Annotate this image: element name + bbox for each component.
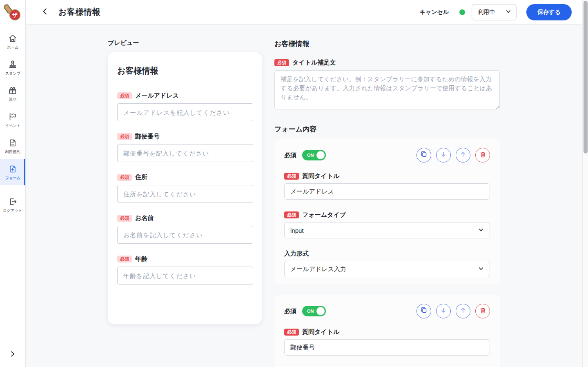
preview-address-input[interactable] (117, 185, 253, 203)
logout-icon (8, 197, 17, 207)
status-select-value: 利用中 (478, 9, 506, 16)
arrow-up-icon (460, 307, 466, 315)
required-toggle[interactable]: ON (302, 150, 326, 160)
question-title-label: 質問タイトル (302, 172, 339, 180)
sidebar-item-home[interactable]: ホーム (0, 29, 25, 55)
duplicate-question-button[interactable] (416, 148, 431, 162)
sidebar: ザ ホーム スタンプ (0, 0, 26, 367)
home-icon (8, 34, 17, 44)
question-title-input[interactable] (284, 339, 490, 356)
preview-card: お客様情報 必須 メールアドレス 必須 郵便番号 (108, 52, 262, 324)
required-badge: 必須 (284, 173, 299, 180)
preview-card-title: お客様情報 (117, 65, 253, 76)
status-select[interactable]: 利用中 (472, 4, 517, 20)
preview-column: プレビュー お客様情報 必須 メールアドレス 必須 郵便番号 (108, 39, 262, 367)
chevron-right-icon (9, 350, 16, 359)
question-card-1: 必須 ON (274, 139, 500, 285)
page-title: お客様情報 (58, 7, 100, 18)
input-format-value: メールアドレス入力 (290, 265, 478, 273)
arrow-down-icon (440, 151, 447, 159)
question-title-input[interactable] (284, 183, 490, 200)
move-up-button[interactable] (456, 304, 470, 318)
scrollbar-thumb[interactable] (584, 1, 588, 153)
chevron-down-icon (478, 266, 484, 273)
delete-question-button[interactable] (475, 304, 490, 318)
content: プレビュー お客様情報 必須 メールアドレス 必須 郵便番号 (26, 24, 588, 367)
sidebar-expand-button[interactable] (7, 349, 18, 360)
trash-icon (479, 307, 486, 316)
required-badge: 必須 (284, 211, 299, 218)
sidebar-item-terms[interactable]: 利用規約 (0, 133, 25, 159)
arrow-down-icon (440, 307, 447, 315)
logo-char: ザ (12, 11, 18, 19)
toggle-knob (316, 307, 325, 315)
required-toggle-label: 必須 (284, 307, 296, 315)
vertical-scrollbar (582, 0, 588, 367)
preview-name-input[interactable] (117, 226, 253, 244)
sidebar-nav: ホーム スタンプ 景品 (0, 29, 25, 218)
delete-question-button[interactable] (475, 148, 490, 162)
back-button[interactable] (40, 7, 50, 18)
required-toggle[interactable]: ON (302, 306, 326, 316)
preview-postal-input[interactable] (117, 144, 253, 162)
app-logo[interactable]: ザ (4, 3, 22, 23)
copy-icon (420, 151, 428, 160)
sidebar-item-label: ログアウト (3, 209, 22, 212)
sidebar-item-stamp[interactable]: スタンプ (0, 55, 25, 81)
trash-icon (479, 151, 486, 160)
stamp-face-graphic: ザ (9, 9, 20, 20)
sidebar-item-logout[interactable]: ログアウト (0, 192, 25, 218)
required-badge: 必須 (117, 92, 132, 99)
preview-field-postal: 必須 郵便番号 (117, 133, 253, 162)
field-label: 年齢 (135, 255, 147, 263)
form-type-select[interactable]: input (284, 222, 490, 238)
sidebar-item-label: ホーム (7, 45, 18, 49)
editor-title: お客様情報 (274, 39, 500, 49)
stamp-icon (8, 60, 17, 70)
sidebar-item-label: イベント (5, 124, 20, 127)
move-down-button[interactable] (436, 148, 451, 162)
supplement-label: タイトル補足文 (292, 59, 336, 67)
chevron-left-icon (41, 7, 49, 17)
input-format-select[interactable]: メールアドレス入力 (284, 261, 490, 277)
preview-field-email: 必須 メールアドレス (117, 92, 253, 121)
title-supplement-textarea[interactable] (274, 70, 500, 109)
chevron-down-icon (506, 9, 511, 16)
preview-age-input[interactable] (117, 267, 253, 285)
topbar: お客様情報 キャンセル 利用中 保存する (26, 0, 588, 24)
sidebar-item-label: 利用規約 (5, 150, 20, 153)
sidebar-item-label: スタンプ (5, 71, 20, 75)
move-up-button[interactable] (456, 148, 470, 162)
duplicate-question-button[interactable] (416, 304, 431, 318)
editor-column: お客様情報 必須 タイトル補足文 フォーム内容 必須 ON (274, 39, 500, 367)
required-badge: 必須 (274, 59, 289, 66)
form-content-section-title: フォーム内容 (274, 125, 500, 134)
move-down-button[interactable] (436, 304, 451, 318)
toggle-knob (316, 151, 325, 159)
toggle-on-label: ON (307, 309, 314, 314)
main-area: お客様情報 キャンセル 利用中 保存する プレビュー お客様情報 必須 (26, 0, 588, 367)
field-label: お名前 (135, 214, 154, 222)
form-type-value: input (290, 227, 478, 234)
question-card-2: 必須 ON (274, 295, 500, 367)
field-label: 住所 (135, 173, 147, 181)
question-title-label: 質問タイトル (302, 328, 339, 336)
required-badge: 必須 (117, 174, 132, 181)
sidebar-item-form[interactable]: フォーム (0, 159, 25, 185)
save-button[interactable]: 保存する (526, 4, 572, 20)
sidebar-item-event[interactable]: イベント (0, 107, 25, 133)
form-icon (8, 165, 17, 174)
flag-icon (8, 112, 17, 122)
chevron-down-icon (478, 227, 484, 234)
required-badge: 必須 (117, 256, 132, 262)
sidebar-item-prize[interactable]: 景品 (0, 81, 25, 107)
preview-field-age: 必須 年齢 (117, 255, 253, 285)
sidebar-item-label: フォーム (5, 176, 20, 180)
cancel-button[interactable]: キャンセル (420, 9, 449, 16)
field-label: メールアドレス (135, 92, 179, 100)
preview-field-address: 必須 住所 (117, 173, 253, 203)
required-badge: 必須 (117, 133, 132, 140)
preview-email-input[interactable] (117, 103, 253, 121)
gift-icon (8, 86, 17, 96)
terms-icon (8, 138, 17, 148)
